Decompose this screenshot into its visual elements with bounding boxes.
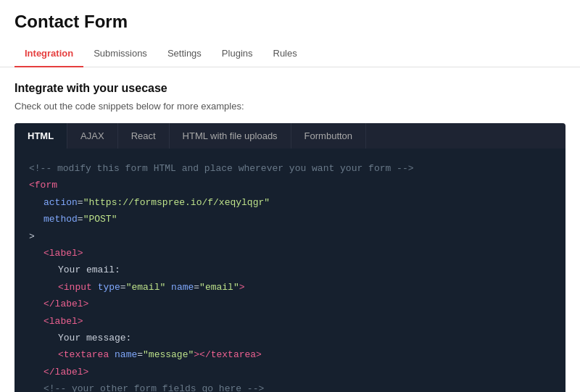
section-description: Check out the code snippets below for mo… (14, 101, 566, 112)
tab-submissions[interactable]: Submissions (83, 41, 157, 67)
code-block: <!-- modify this form HTML and place whe… (14, 149, 566, 392)
code-tab-react[interactable]: React (118, 123, 170, 149)
main-nav: Integration Submissions Settings Plugins… (14, 41, 566, 67)
code-tab-html-file-uploads[interactable]: HTML with file uploads (170, 123, 291, 149)
code-tabs-bar: HTML AJAX React HTML with file uploads F… (14, 123, 566, 149)
tab-plugins[interactable]: Plugins (212, 41, 263, 67)
tab-integration[interactable]: Integration (14, 41, 83, 67)
page-title: Contact Form (14, 12, 566, 32)
code-tab-ajax[interactable]: AJAX (67, 123, 118, 149)
section-title: Integrate with your usecase (14, 82, 566, 95)
page-header: Contact Form Integration Submissions Set… (0, 0, 580, 67)
code-tab-formbutton[interactable]: Formbutton (291, 123, 366, 149)
tab-settings[interactable]: Settings (157, 41, 212, 67)
tab-rules[interactable]: Rules (263, 41, 307, 67)
main-content: Integrate with your usecase Check out th… (0, 67, 580, 392)
code-tab-html[interactable]: HTML (14, 123, 67, 149)
